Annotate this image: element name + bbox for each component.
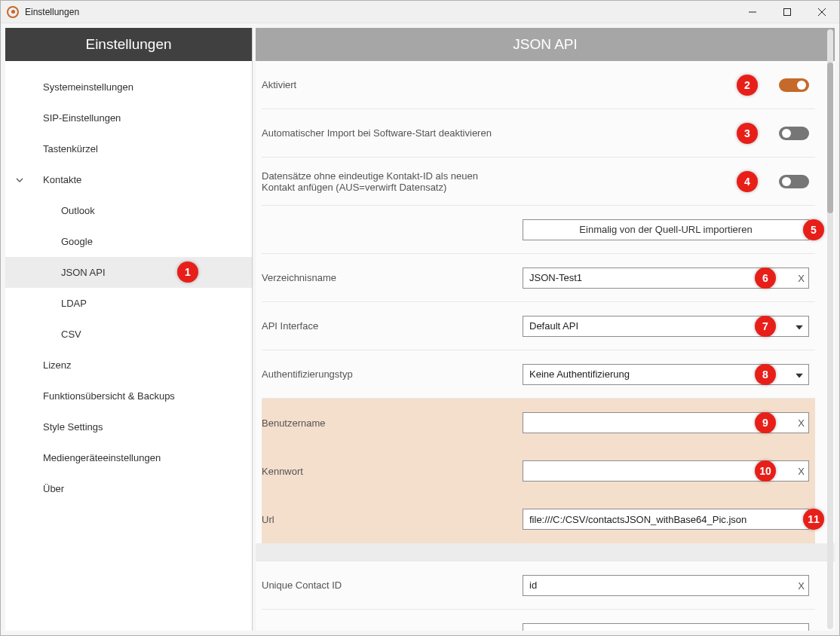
app-icon [7, 6, 19, 18]
content: JSON API Aktiviert 2 Automatischer Impor… [256, 28, 835, 631]
sidebar-item-label: CSV [61, 329, 81, 340]
auto-import-label: Automatischer Import bei Software-Start … [262, 127, 523, 139]
sidebar-item-label: Lizenz [43, 359, 72, 371]
auto-import-toggle[interactable] [779, 127, 809, 140]
scrollbar-thumb[interactable] [827, 63, 833, 213]
sidebar-item-about[interactable]: Über [5, 473, 252, 504]
sidebar-item-label: JSON API [61, 267, 106, 278]
titlebar: Einstellungen [1, 1, 839, 23]
sidebar: Einstellungen Systemeinstellungen SIP-Ei… [5, 28, 253, 631]
settings-window: Einstellungen Einstellungen Systemeinste… [0, 0, 840, 636]
sidebar-item-functions[interactable]: Funktionsübersicht & Backups [5, 381, 252, 411]
sidebar-item-label: Mediengeräteeinstellungen [43, 452, 161, 463]
window-title: Einstellungen [25, 7, 735, 17]
row-auth-type: Authentifizierungstyp Keine Authentifizi… [262, 350, 815, 399]
import-once-button[interactable]: Einmalig von der Quell-URL importieren [523, 219, 809, 240]
append-label: Datensätze ohne eindeutige Kontakt-ID al… [262, 170, 523, 193]
select-value: Keine Authentifizierung [529, 368, 630, 380]
row-vorname: Vorname X [262, 610, 815, 631]
row-url: Url 11 [262, 495, 815, 543]
unique-id-input[interactable] [523, 575, 809, 596]
vorname-input[interactable] [523, 623, 809, 631]
content-scroll[interactable]: Aktiviert 2 Automatischer Import bei Sof… [256, 61, 835, 631]
annotation-badge-10: 10 [755, 460, 776, 482]
row-username: Benutzername X 9 [262, 399, 815, 447]
sidebar-item-json-api[interactable]: JSON API 1 [5, 257, 252, 288]
sidebar-title: Einstellungen [5, 28, 252, 61]
unique-id-label: Unique Contact ID [262, 579, 523, 591]
sidebar-item-google[interactable]: Google [5, 226, 252, 257]
select-value: Default API [529, 320, 578, 332]
sidebar-item-license[interactable]: Lizenz [5, 350, 252, 381]
sidebar-item-label: Kontakte [43, 174, 81, 185]
sidebar-item-label: Funktionsübersicht & Backups [43, 390, 175, 402]
vorname-label: Vorname [262, 628, 523, 631]
chevron-down-icon [16, 176, 23, 184]
annotation-badge-2: 2 [737, 75, 758, 96]
annotation-badge-3: 3 [737, 123, 758, 144]
row-unique-id: Unique Contact ID X [262, 561, 815, 610]
sidebar-item-shortcuts[interactable]: Tastenkürzel [5, 133, 252, 164]
sidebar-item-label: Google [61, 236, 93, 247]
body: Einstellungen Systemeinstellungen SIP-Ei… [1, 23, 839, 635]
row-api-interface: API Interface Default API 7 [262, 302, 815, 350]
sidebar-item-label: Style Settings [43, 421, 103, 433]
sidebar-nav: Systemeinstellungen SIP-Einstellungen Ta… [5, 61, 252, 504]
row-auto-import: Automatischer Import bei Software-Start … [262, 109, 815, 157]
username-label: Benutzername [262, 417, 523, 429]
sidebar-item-outlook[interactable]: Outlook [5, 195, 252, 226]
sidebar-item-contacts[interactable]: Kontakte [5, 164, 252, 195]
activated-toggle[interactable] [779, 78, 809, 92]
annotation-badge-11: 11 [803, 509, 824, 530]
row-dirname: Verzeichnisname X 6 [262, 254, 815, 302]
annotation-badge-4: 4 [737, 171, 758, 192]
annotation-badge-8: 8 [755, 364, 776, 385]
url-input[interactable] [523, 509, 809, 530]
password-label: Kennwort [262, 466, 523, 477]
dirname-label: Verzeichnisname [262, 272, 523, 283]
maximize-button[interactable] [770, 1, 805, 23]
sidebar-item-label: Systemeinstellungen [43, 81, 133, 93]
sidebar-item-label: Tastenkürzel [43, 143, 98, 154]
row-activated: Aktiviert 2 [262, 61, 815, 109]
auth-block: Benutzername X 9 Kennwort [262, 399, 815, 543]
section-divider [256, 543, 835, 561]
sidebar-item-ldap[interactable]: LDAP [5, 288, 252, 319]
sidebar-item-label: LDAP [61, 298, 87, 309]
sidebar-item-media[interactable]: Mediengeräteeinstellungen [5, 442, 252, 473]
annotation-badge-6: 6 [755, 268, 776, 289]
content-title: JSON API [256, 28, 835, 61]
row-import-once: Einmalig von der Quell-URL importieren 5 [262, 206, 815, 254]
sidebar-item-style[interactable]: Style Settings [5, 411, 252, 442]
url-label: Url [262, 514, 523, 525]
window-controls [735, 1, 839, 23]
annotation-badge-1: 1 [177, 261, 198, 283]
auth-type-label: Authentifizierungstyp [262, 368, 523, 380]
row-append: Datensätze ohne eindeutige Kontakt-ID al… [262, 157, 815, 206]
annotation-badge-7: 7 [755, 316, 776, 337]
sidebar-item-label: Über [43, 483, 64, 494]
sidebar-item-label: Outlook [61, 205, 95, 216]
append-toggle[interactable] [779, 175, 809, 188]
sidebar-item-csv[interactable]: CSV [5, 319, 252, 350]
close-button[interactable] [805, 1, 839, 23]
activated-label: Aktiviert [262, 79, 523, 90]
annotation-badge-9: 9 [755, 412, 776, 433]
minimize-button[interactable] [735, 1, 770, 23]
sidebar-item-label: SIP-Einstellungen [43, 112, 121, 124]
api-interface-label: API Interface [262, 320, 523, 332]
annotation-badge-5: 5 [803, 219, 824, 240]
sidebar-item-sip[interactable]: SIP-Einstellungen [5, 102, 252, 133]
sidebar-item-system[interactable]: Systemeinstellungen [5, 72, 252, 102]
row-password: Kennwort X 10 [262, 447, 815, 495]
svg-rect-1 [784, 8, 791, 15]
